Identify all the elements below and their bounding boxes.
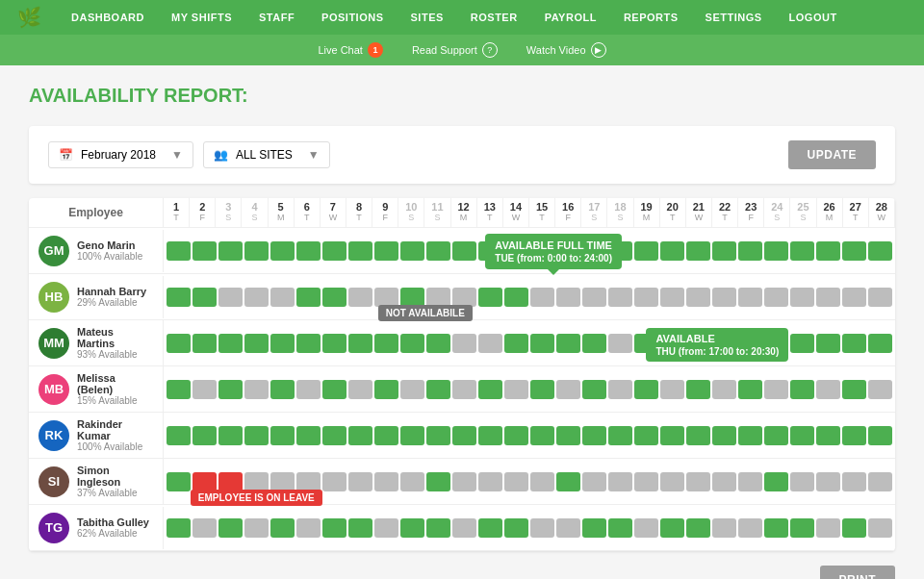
day-cell xyxy=(738,472,762,491)
site-icon: 👥 xyxy=(214,148,228,162)
day-cell xyxy=(426,334,450,353)
tooltip-not-available: NOT AVAILABILE xyxy=(378,305,473,321)
employee-row-wrapper: HBHannah Barry29% AvailableAVAILABLE FUL… xyxy=(29,274,895,320)
read-support-link[interactable]: Read Support ? xyxy=(412,42,498,58)
day-cell xyxy=(374,241,398,261)
day-cell xyxy=(686,288,710,307)
employee-name: Geno Marin xyxy=(77,239,142,251)
day-cell xyxy=(192,472,217,491)
employees-container: GMGeno Marin100% AvailableHBHannah Barry… xyxy=(29,228,895,551)
nav-item-settings[interactable]: SETTINGS xyxy=(692,0,776,35)
day-cell xyxy=(296,334,321,353)
day-cell xyxy=(504,288,528,307)
day-cell xyxy=(244,288,269,307)
day-cell xyxy=(374,334,398,353)
nav-item-positions[interactable]: POSITIONS xyxy=(308,0,397,35)
day-cell xyxy=(270,472,295,491)
day-header-27: 27T xyxy=(843,198,869,227)
day-cell xyxy=(790,426,814,445)
day-cell xyxy=(348,426,372,445)
day-cell xyxy=(452,426,476,445)
employee-availability: 62% Available xyxy=(77,528,149,539)
day-cell xyxy=(478,518,502,538)
day-cell xyxy=(400,288,424,307)
day-cell xyxy=(504,241,528,261)
nav-item-reports[interactable]: REPORTS xyxy=(610,0,692,35)
employee-row: TGTabitha Gulley62% Available xyxy=(29,505,895,551)
day-cell xyxy=(842,241,866,261)
days-row xyxy=(164,422,895,449)
day-cell xyxy=(868,241,892,261)
days-row xyxy=(164,515,895,541)
day-cell xyxy=(686,472,710,491)
day-cell xyxy=(478,472,502,491)
date-filter[interactable]: 📅 February 2018 ▼ xyxy=(48,141,193,168)
day-cell xyxy=(374,518,398,538)
site-filter[interactable]: 👥 ALL SITES ▼ xyxy=(203,141,330,168)
availability-calendar: Employee 1T2F3S4S5M6T7W8T9F10S11S12M13T1… xyxy=(29,198,895,551)
days-row xyxy=(164,330,895,357)
print-button[interactable]: PRINT xyxy=(820,566,896,579)
day-cell xyxy=(167,288,191,307)
nav-item-sites[interactable]: SITES xyxy=(398,0,457,35)
day-cell xyxy=(582,334,606,353)
site-filter-value: ALL SITES xyxy=(236,148,293,162)
day-cell xyxy=(270,334,295,353)
day-cell xyxy=(660,426,684,445)
day-cell xyxy=(790,334,814,353)
day-cell xyxy=(764,518,788,538)
day-cell xyxy=(738,241,762,261)
avatar: TG xyxy=(38,513,69,543)
nav-item-payroll[interactable]: PAYROLL xyxy=(531,0,610,35)
day-cell xyxy=(816,426,840,445)
employee-availability: 37% Available xyxy=(77,488,153,498)
nav-item-dashboard[interactable]: DASHBOARD xyxy=(58,0,158,35)
day-header-20: 20T xyxy=(660,198,686,227)
day-header-13: 13T xyxy=(477,198,503,227)
day-cell xyxy=(504,472,528,491)
day-cell xyxy=(452,241,476,261)
day-cell xyxy=(530,518,554,538)
employee-name: Hannah Barry xyxy=(77,286,146,297)
nav-item-roster[interactable]: ROSTER xyxy=(457,0,531,35)
day-cell xyxy=(192,241,217,261)
nav-item-my-shifts[interactable]: MY SHIFTS xyxy=(158,0,245,35)
day-cell xyxy=(582,380,606,399)
day-cell xyxy=(400,241,424,261)
day-header-2: 2F xyxy=(190,198,216,227)
watch-video-link[interactable]: Watch Video ▶ xyxy=(526,42,606,58)
day-cell xyxy=(452,334,476,353)
nav-item-logout[interactable]: LOGOUT xyxy=(776,0,851,35)
employee-availability: 93% Available xyxy=(77,349,153,360)
employee-row-wrapper: GMGeno Marin100% Available xyxy=(29,228,895,274)
day-header-8: 8T xyxy=(346,198,372,227)
day-cell xyxy=(218,472,243,491)
employee-name: Mateus Martins xyxy=(77,326,153,349)
day-cell xyxy=(686,380,710,399)
employee-availability: 100% Available xyxy=(77,251,142,262)
day-cell xyxy=(634,472,658,491)
day-cell xyxy=(582,241,606,261)
day-cell xyxy=(660,472,684,491)
live-chat-link[interactable]: Live Chat 1 xyxy=(318,42,382,58)
day-cell xyxy=(426,380,450,399)
day-header-25: 25S xyxy=(790,198,816,227)
day-cell xyxy=(608,472,632,491)
day-cell xyxy=(374,380,398,399)
day-cell xyxy=(790,241,814,261)
day-cell xyxy=(452,288,476,307)
day-cell xyxy=(842,334,866,353)
day-cell xyxy=(167,472,191,491)
day-cell xyxy=(582,426,606,445)
arrow-icon: ▶ xyxy=(591,42,606,58)
employee-name: Tabitha Gulley xyxy=(77,516,149,528)
days-row: AVAILABLE FULL TIMETUE (from: 0:00 to: 2… xyxy=(164,284,895,311)
nav-item-staff[interactable]: STAFF xyxy=(245,0,308,35)
day-cell xyxy=(530,426,554,445)
day-cell xyxy=(244,241,269,261)
day-header-4: 4S xyxy=(242,198,268,227)
day-cell xyxy=(738,380,762,399)
filter-bar: 📅 February 2018 ▼ 👥 ALL SITES ▼ UPDATE xyxy=(29,126,895,184)
update-button[interactable]: UPDATE xyxy=(788,140,876,169)
day-cell xyxy=(322,288,346,307)
